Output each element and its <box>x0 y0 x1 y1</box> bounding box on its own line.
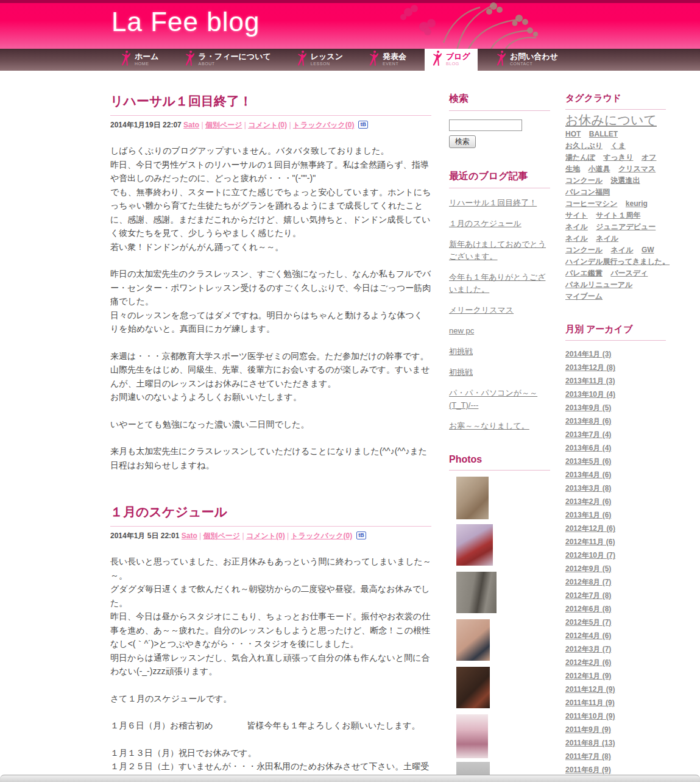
nav-item-lesson[interactable]: レッスンLESSON <box>289 49 350 71</box>
tag-link[interactable]: サイト１周年 <box>596 211 640 219</box>
tag-link[interactable]: 湯たんぽ <box>565 153 595 162</box>
archive-month-link[interactable]: 2012年5月 (7) <box>565 619 666 626</box>
archive-month-link[interactable]: 2013年1月 (6) <box>565 511 666 519</box>
archive-month-link[interactable]: 2012年6月 (8) <box>565 605 666 613</box>
photo-thumb-dark-table-ornaments[interactable] <box>456 667 490 708</box>
nav-item-contact[interactable]: お問い合わせCONTACT <box>489 49 565 71</box>
tag-link-large[interactable]: お休みについて <box>565 113 657 127</box>
archive-month-link[interactable]: 2012年4月 (6) <box>565 632 666 639</box>
tag-link[interactable]: オフ <box>642 153 657 162</box>
tag-link[interactable]: GW <box>642 246 654 254</box>
nav-item-blog[interactable]: ブログBLOG <box>425 49 478 71</box>
nav-item-about[interactable]: ラ・フィーについてABOUT <box>177 49 278 71</box>
tag-link[interactable]: くま <box>611 141 626 150</box>
archive-month-link[interactable]: 2011年11月 (9) <box>565 699 666 706</box>
tag-link[interactable]: マイブーム <box>565 292 603 300</box>
photo-thumb-dog-with-cake[interactable] <box>456 477 489 519</box>
archive-month-link[interactable]: 2013年6月 (4) <box>565 444 666 452</box>
post-meta-link[interactable]: コメント(0) <box>248 121 287 129</box>
archive-month-link[interactable]: 2013年3月 (8) <box>565 485 666 492</box>
post-meta-link[interactable]: トラックバック(0) <box>293 121 355 129</box>
archive-month-link[interactable]: 2012年8月 (7) <box>565 578 666 586</box>
archive-month-link[interactable]: 2012年9月 (5) <box>565 565 666 572</box>
tag-link[interactable]: ネイル <box>596 234 618 243</box>
archive-month-link[interactable]: 2013年10月 (4) <box>565 391 666 398</box>
nav-item-home[interactable]: ホームHOME <box>113 49 166 71</box>
nav-item-event[interactable]: 発表会EVENT <box>361 49 414 71</box>
trackback-icon[interactable]: tB <box>358 121 368 129</box>
tag-link[interactable]: バレコン福岡 <box>565 188 610 196</box>
post-title: １月のスケジュール <box>110 503 431 527</box>
tag-link[interactable]: バレエ鑑賞 <box>565 269 603 277</box>
post-meta-link[interactable]: トラックバック(0) <box>291 531 353 540</box>
tag-link[interactable]: コンクール <box>565 176 603 185</box>
archive-month-link[interactable]: 2012年10月 (7) <box>565 552 666 559</box>
archive-month-link[interactable]: 2013年11月 (3) <box>565 377 666 385</box>
archive-month-link[interactable]: 2013年2月 (6) <box>565 498 666 505</box>
archive-month-link[interactable]: 2012年2月 (6) <box>565 659 666 666</box>
recent-post-link[interactable]: リハーサル１回目終了！ <box>449 197 550 209</box>
main-nav: ホームHOMEラ・フィーについてABOUTレッスンLESSON発表会EVENTブ… <box>0 49 700 71</box>
archive-month-link[interactable]: 2013年7月 (4) <box>565 431 666 438</box>
recent-post-link[interactable]: パ・パ・パソコンが～～(T_T)/--- <box>449 387 550 411</box>
archive-month-link[interactable]: 2014年1月 (3) <box>565 350 666 358</box>
photo-thumb-woman-with-dog-by-trees[interactable] <box>456 572 497 613</box>
recent-post-link[interactable]: お寒～～なりまして。 <box>449 420 550 432</box>
recent-post-link[interactable]: メリークリスマス <box>449 304 550 316</box>
archive-month-link[interactable]: 2013年4月 (6) <box>565 471 666 478</box>
recent-post-link[interactable]: 今年も１年ありがとうございました。 <box>449 271 550 296</box>
recent-post-link[interactable]: 初挑戦 <box>449 346 550 358</box>
meta-separator: | <box>242 121 248 129</box>
recent-post-link[interactable]: 初挑戦 <box>449 366 550 379</box>
tag-link[interactable]: クリスマス <box>618 165 656 173</box>
archive-month-link[interactable]: 2013年8月 (6) <box>565 418 666 425</box>
post-meta-link[interactable]: コメント(0) <box>246 531 285 540</box>
archive-month-link[interactable]: 2011年6月 (9) <box>565 766 666 773</box>
archive-month-link[interactable]: 2012年7月 (8) <box>565 592 666 599</box>
tag-link[interactable]: コーヒーマシン <box>565 199 617 208</box>
archive-month-link[interactable]: 2012年11月 (6) <box>565 538 666 546</box>
tag-link[interactable]: すっきり <box>603 153 633 162</box>
search-input[interactable] <box>449 119 522 131</box>
tag-link[interactable]: HOT <box>565 130 581 138</box>
archive-month-link[interactable]: 2011年8月 (13) <box>565 739 666 747</box>
archive-month-link[interactable]: 2011年12月 (9) <box>565 686 666 693</box>
tag-link[interactable]: 決選進出 <box>611 176 640 185</box>
recent-post-link[interactable]: 新年あけましておめでとうございます。 <box>449 238 550 263</box>
tag-link[interactable]: バースディ <box>610 269 648 277</box>
archive-month-link[interactable]: 2011年9月 (9) <box>565 726 666 733</box>
tag-link[interactable]: ネイル <box>565 222 588 231</box>
tag-link[interactable]: サイト <box>565 211 588 219</box>
tag-link[interactable]: コンクール <box>565 246 603 254</box>
post-author-link[interactable]: Sato <box>183 121 199 129</box>
photo-thumb-floral-gift-package[interactable] <box>456 714 488 758</box>
recent-post-link[interactable]: new pc <box>449 325 550 337</box>
tag-link[interactable]: 生地 <box>565 165 580 173</box>
archive-month-link[interactable]: 2013年12月 (8) <box>565 364 666 371</box>
tag-link[interactable]: パネルリニューアル <box>565 280 632 289</box>
ballerina-icon <box>432 49 443 68</box>
tag-link[interactable]: BALLET <box>589 130 618 138</box>
trackback-icon[interactable]: tB <box>356 531 366 539</box>
tag-link[interactable]: 小道具 <box>588 165 610 173</box>
recent-post-link[interactable]: １月のスケジュール <box>449 218 550 230</box>
tag-link[interactable]: ハインデル展行ってきました。 <box>565 257 670 266</box>
post-meta-link[interactable]: 個別ページ <box>205 121 242 129</box>
tag-link[interactable]: keurig <box>626 199 648 208</box>
archive-month-link[interactable]: 2012年1月 (9) <box>565 672 666 680</box>
photo-thumb-dog-in-santa-outfit[interactable] <box>456 524 493 566</box>
archive-month-link[interactable]: 2013年5月 (6) <box>565 458 666 465</box>
tag-link[interactable]: お久しぶり <box>565 141 603 150</box>
post-meta-link[interactable]: 個別ページ <box>203 531 241 540</box>
archive-month-link[interactable]: 2011年10月 (9) <box>565 713 666 720</box>
tag-link[interactable]: ネイル <box>565 234 588 243</box>
archive-month-link[interactable]: 2012年12月 (6) <box>565 525 666 532</box>
tag-link[interactable]: ネイル <box>611 246 634 254</box>
archive-month-link[interactable]: 2013年9月 (5) <box>565 404 666 411</box>
photo-thumb-nail-art-hand[interactable] <box>456 619 490 661</box>
post-author-link[interactable]: Sato <box>182 531 197 540</box>
search-button[interactable]: 検索 <box>449 135 476 148</box>
archive-month-link[interactable]: 2012年3月 (7) <box>565 645 666 653</box>
tag-link[interactable]: ジュニアデビュー <box>596 222 656 231</box>
archive-month-link[interactable]: 2011年7月 (8) <box>565 753 666 760</box>
